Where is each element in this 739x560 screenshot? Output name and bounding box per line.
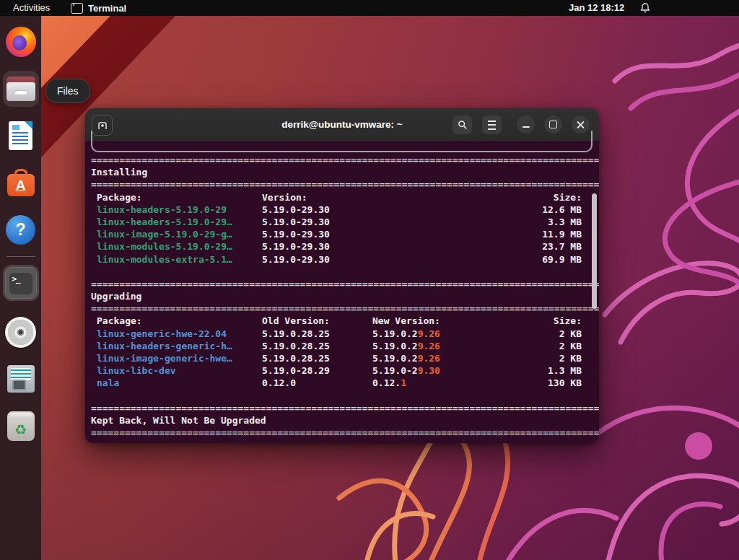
section-title-upgrading: Upgrading (85, 290, 599, 302)
top-bar: Activities Terminal Jan 12 18:12 (0, 0, 739, 16)
scrollbar-thumb[interactable] (592, 193, 597, 309)
old-version: 5.19.0.28.25 (262, 328, 372, 340)
terminal-window: derrik@ubuntu-vmware: ~ (85, 108, 599, 443)
package-name: linux-headers-5.19.0-29 (97, 204, 262, 216)
package-version: 5.19.0-29.30 (262, 240, 488, 253)
package-size: 2 KB (488, 352, 582, 364)
new-version-prefix: 5.19.0.2 (372, 341, 418, 351)
new-version-prefix: 5.19.0.2 (372, 328, 418, 339)
package-name: linux-generic-hwe-22.04 (97, 328, 262, 340)
old-version: 5.19.0.28.25 (262, 340, 372, 352)
new-tab-icon (97, 120, 108, 131)
package-name: linux-image-5.19.0-29-g… (97, 228, 262, 240)
package-size: 1.3 MB (488, 364, 582, 377)
package-size: 130 KB (488, 377, 582, 389)
ubuntu-software-icon: A (7, 174, 35, 196)
section-title-installing: Installing (85, 166, 599, 178)
activities-button[interactable]: Activities (9, 0, 54, 16)
package-name: linux-libc-dev (97, 364, 262, 377)
new-version-prefix: 5.19.0-2 (372, 365, 418, 376)
scrollback-box-border (91, 131, 592, 152)
recycle-glyph: ♻ (14, 423, 27, 437)
dock-item-trash[interactable]: ♻ (3, 408, 39, 444)
table-row: linux-headers-5.19.0-29… 5.19.0-29.30 3.… (85, 216, 599, 228)
maximize-icon (549, 121, 557, 128)
desktop: Activities Terminal Jan 12 18:12 A (0, 0, 739, 560)
table-row: nala 0.12.0 0.12.1 130 KB (85, 377, 599, 389)
package-version: 5.19.0-29.30 (262, 253, 488, 266)
files-icon (6, 76, 35, 101)
package-size: 2 KB (488, 328, 582, 340)
separator-line: ========================================… (85, 278, 599, 290)
focused-app-label: Terminal (88, 3, 126, 14)
clock-button[interactable]: Jan 12 18:12 (569, 0, 624, 16)
old-version: 0.12.0 (262, 377, 372, 389)
dock-item-libreoffice-writer[interactable] (3, 118, 39, 154)
blank-line (85, 390, 599, 402)
new-version-prefix: 0.12. (372, 377, 401, 388)
dock-item-cdrom[interactable] (3, 314, 39, 350)
trash-icon: ♻ (7, 411, 35, 441)
header-package: Package: (97, 315, 262, 327)
package-size: 12.6 MB (488, 204, 582, 216)
header-version: Version: (262, 191, 488, 204)
new-version-highlight: 9.26 (418, 328, 440, 339)
table-row: linux-generic-hwe-22.04 5.19.0.28.25 5.1… (85, 328, 599, 340)
package-name: nala (97, 377, 262, 389)
old-version: 5.19.0-28.29 (262, 364, 372, 377)
new-version: 5.19.0-29.30 (372, 364, 488, 377)
dock: A ? >_ ♻ (0, 16, 41, 560)
help-glyph: ? (15, 220, 25, 240)
cdrom-icon (5, 317, 36, 348)
package-size: 2 KB (488, 340, 582, 352)
header-new-version: New Version: (372, 315, 488, 327)
help-icon: ? (6, 215, 35, 245)
dock-item-help[interactable]: ? (3, 211, 39, 248)
new-version: 5.19.0.29.26 (372, 328, 488, 340)
dock-item-ubuntu-software[interactable]: A (3, 165, 39, 201)
dock-item-terminal[interactable]: >_ (3, 265, 39, 301)
dock-item-floppy[interactable] (3, 361, 39, 397)
package-size: 69.9 MB (488, 253, 582, 266)
separator-line: ========================================… (85, 154, 599, 166)
software-letter: A (16, 178, 26, 192)
table-row: linux-modules-extra-5.1… 5.19.0-29.30 69… (85, 253, 599, 266)
header-size: Size: (488, 315, 582, 327)
close-icon (577, 121, 585, 128)
bell-icon (639, 2, 651, 14)
focused-app-menu[interactable]: Terminal (71, 0, 126, 16)
table-row: linux-modules-5.19.0-29… 5.19.0-29.30 23… (85, 240, 599, 253)
upgrading-header-row: Package: Old Version: New Version: Size: (85, 315, 599, 327)
new-version-prefix: 5.19.0.2 (372, 353, 418, 364)
section-title-kept-back: Kept Back, Will Not Be Upgraded (85, 414, 599, 426)
package-version: 5.19.0-29.30 (262, 216, 488, 228)
terminal-lines: ========================================… (85, 154, 599, 439)
terminal-icon: >_ (5, 267, 37, 299)
package-size: 23.7 MB (488, 240, 582, 253)
package-size: 3.3 MB (488, 216, 582, 228)
terminal-prompt-glyph: >_ (12, 274, 20, 284)
libreoffice-writer-icon (9, 121, 32, 150)
separator-line: ========================================… (85, 178, 599, 191)
old-version: 5.19.0.28.25 (262, 352, 372, 364)
package-name: linux-headers-5.19.0-29… (97, 216, 262, 228)
separator-line: ========================================… (85, 302, 599, 315)
new-version-highlight: 9.26 (418, 353, 440, 364)
minimize-icon (522, 126, 530, 128)
new-version: 5.19.0.29.26 (372, 352, 488, 364)
terminal-app-icon (71, 3, 83, 14)
header-old-version: Old Version: (262, 315, 372, 327)
dock-item-files[interactable] (3, 71, 39, 107)
package-version: 5.19.0-29.30 (262, 204, 488, 216)
dock-item-firefox[interactable] (3, 24, 39, 60)
package-version: 5.19.0-29.30 (262, 228, 488, 240)
table-row: linux-headers-generic-h… 5.19.0.28.25 5.… (85, 340, 599, 352)
new-version: 5.19.0.29.26 (372, 340, 488, 352)
table-row: linux-image-5.19.0-29-g… 5.19.0-29.30 11… (85, 228, 599, 240)
package-name: linux-image-generic-hwe… (97, 352, 262, 364)
header-size: Size: (488, 191, 582, 204)
table-row: linux-headers-5.19.0-29 5.19.0-29.30 12.… (85, 204, 599, 216)
package-name: linux-headers-generic-h… (97, 340, 262, 352)
terminal-content: ========================================… (85, 141, 599, 443)
header-package: Package: (97, 191, 262, 204)
